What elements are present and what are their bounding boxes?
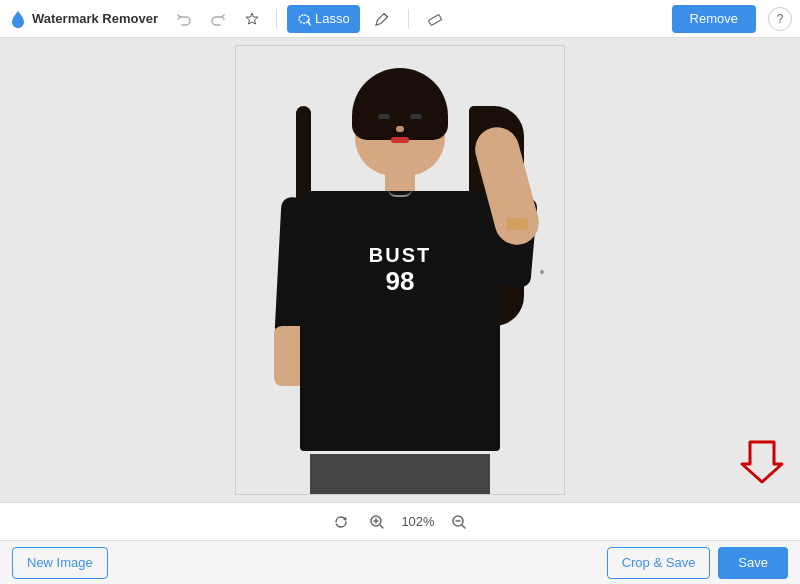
canvas-dot	[540, 270, 544, 274]
zoom-value: 102%	[401, 514, 434, 529]
undo-button[interactable]	[170, 5, 198, 33]
help-button[interactable]: ?	[768, 7, 792, 31]
svg-marker-0	[246, 13, 258, 24]
shirt-text: BUST	[369, 244, 431, 267]
new-image-label: New Image	[27, 555, 93, 570]
zoom-reset-button[interactable]	[329, 510, 353, 534]
remove-label: Remove	[690, 11, 738, 26]
image-frame: BUST 98	[235, 45, 565, 495]
lasso-tool-button[interactable]: Lasso	[287, 5, 360, 33]
toolbar: Watermark Remover Lasso	[0, 0, 800, 38]
toolbar-divider-1	[276, 9, 277, 29]
shirt-number: 98	[386, 266, 415, 297]
toolbar-divider-2	[408, 9, 409, 29]
canvas-area[interactable]: BUST 98	[0, 38, 800, 502]
lasso-icon	[297, 12, 311, 26]
zoom-bar: 102%	[0, 502, 800, 540]
action-bar: New Image Crop & Save Save	[0, 540, 800, 584]
svg-marker-11	[742, 442, 782, 482]
eraser-icon	[427, 11, 443, 27]
lasso-label: Lasso	[315, 11, 350, 26]
zoom-out-icon	[451, 514, 467, 530]
zoom-in-button[interactable]	[365, 510, 389, 534]
zoom-reset-icon	[333, 514, 349, 530]
svg-line-10	[462, 525, 465, 528]
action-right-buttons: Crop & Save Save	[607, 547, 788, 579]
eraser-tool-button[interactable]	[419, 5, 451, 33]
svg-point-1	[299, 15, 309, 23]
undo-icon	[176, 11, 192, 27]
save-label: Save	[738, 555, 768, 570]
logo-icon	[8, 9, 28, 29]
app-title: Watermark Remover	[32, 11, 158, 26]
download-arrow-indicator	[740, 440, 784, 488]
redo-button[interactable]	[204, 5, 232, 33]
svg-rect-3	[428, 14, 441, 25]
zoom-out-button[interactable]	[447, 510, 471, 534]
image-container: BUST 98	[235, 45, 565, 495]
pen-tool-button[interactable]	[366, 5, 398, 33]
save-button[interactable]: Save	[718, 547, 788, 579]
new-image-button[interactable]: New Image	[12, 547, 108, 579]
app-logo: Watermark Remover	[8, 9, 158, 29]
help-label: ?	[777, 12, 784, 26]
crop-save-label: Crop & Save	[622, 555, 696, 570]
zoom-in-icon	[369, 514, 385, 530]
svg-line-7	[380, 525, 383, 528]
star-button[interactable]	[238, 5, 266, 33]
svg-line-2	[384, 13, 388, 17]
pen-icon	[374, 11, 390, 27]
remove-button[interactable]: Remove	[672, 5, 756, 33]
redo-icon	[210, 11, 226, 27]
crop-save-button[interactable]: Crop & Save	[607, 547, 711, 579]
star-icon	[244, 11, 260, 27]
